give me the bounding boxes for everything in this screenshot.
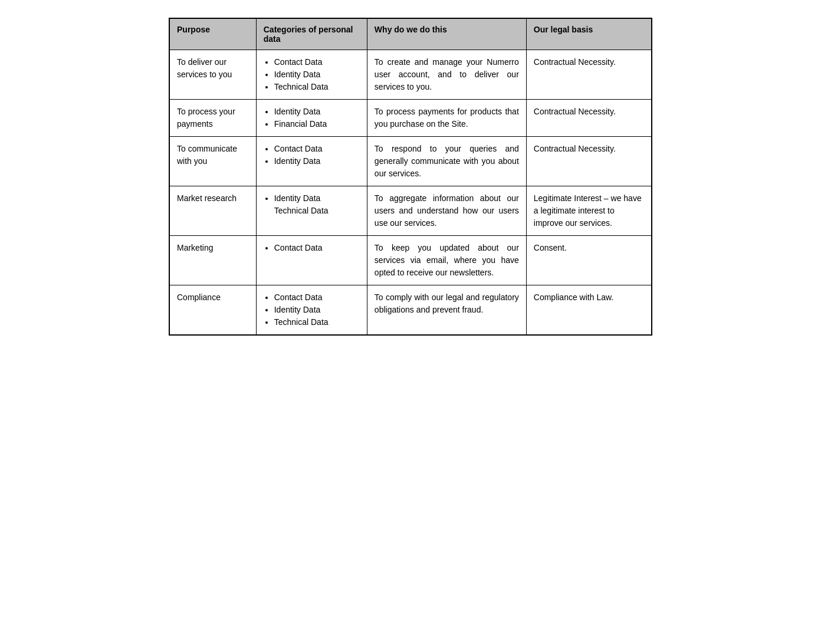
cell-legal: Legitimate Interest – we have a legitima… xyxy=(526,186,652,236)
cell-legal: Contractual Necessity. xyxy=(526,50,652,100)
category-item: Technical Data xyxy=(274,205,360,217)
cell-purpose: Market research xyxy=(169,186,256,236)
category-item: Identity Data xyxy=(274,68,360,81)
cell-categories: Identity DataTechnical Data xyxy=(256,186,367,236)
cell-legal: Contractual Necessity. xyxy=(526,100,652,137)
cell-purpose: Marketing xyxy=(169,236,256,285)
category-item: Financial Data xyxy=(274,118,360,130)
cell-why: To respond to your queries and generally… xyxy=(367,137,526,186)
table-row: MarketingContact DataTo keep you updated… xyxy=(169,236,652,285)
header-legal: Our legal basis xyxy=(526,18,652,50)
category-item: Contact Data xyxy=(274,242,360,254)
cell-why: To create and manage your Numerro user a… xyxy=(367,50,526,100)
cell-categories: Contact DataIdentity DataTechnical Data xyxy=(256,285,367,336)
cell-purpose: To deliver our services to you xyxy=(169,50,256,100)
header-why: Why do we do this xyxy=(367,18,526,50)
data-processing-table-wrapper: Purpose Categories of personal data Why … xyxy=(169,18,652,336)
category-item: Identity Data xyxy=(274,106,360,118)
table-row: To process your paymentsIdentity DataFin… xyxy=(169,100,652,137)
cell-categories: Identity DataFinancial Data xyxy=(256,100,367,137)
category-item: Identity Data xyxy=(274,192,360,205)
category-item: Technical Data xyxy=(274,316,360,328)
category-item: Technical Data xyxy=(274,81,360,93)
header-purpose: Purpose xyxy=(169,18,256,50)
cell-legal: Compliance with Law. xyxy=(526,285,652,336)
cell-purpose: Compliance xyxy=(169,285,256,336)
category-item: Identity Data xyxy=(274,155,360,167)
table-row: To communicate with youContact DataIdent… xyxy=(169,137,652,186)
data-processing-table: Purpose Categories of personal data Why … xyxy=(169,18,652,336)
header-categories: Categories of personal data xyxy=(256,18,367,50)
cell-why: To aggregate information about our users… xyxy=(367,186,526,236)
cell-categories: Contact DataIdentity Data xyxy=(256,137,367,186)
cell-why: To keep you updated about our services v… xyxy=(367,236,526,285)
cell-legal: Contractual Necessity. xyxy=(526,137,652,186)
cell-purpose: To communicate with you xyxy=(169,137,256,186)
cell-purpose: To process your payments xyxy=(169,100,256,137)
category-item: Identity Data xyxy=(274,304,360,316)
category-item: Contact Data xyxy=(274,291,360,304)
cell-categories: Contact DataIdentity DataTechnical Data xyxy=(256,50,367,100)
cell-why: To process payments for products that yo… xyxy=(367,100,526,137)
cell-why: To comply with our legal and regulatory … xyxy=(367,285,526,336)
table-header-row: Purpose Categories of personal data Why … xyxy=(169,18,652,50)
category-item: Contact Data xyxy=(274,143,360,155)
table-row: To deliver our services to youContact Da… xyxy=(169,50,652,100)
cell-categories: Contact Data xyxy=(256,236,367,285)
table-row: ComplianceContact DataIdentity DataTechn… xyxy=(169,285,652,336)
table-row: Market researchIdentity DataTechnical Da… xyxy=(169,186,652,236)
cell-legal: Consent. xyxy=(526,236,652,285)
category-item: Contact Data xyxy=(274,56,360,68)
